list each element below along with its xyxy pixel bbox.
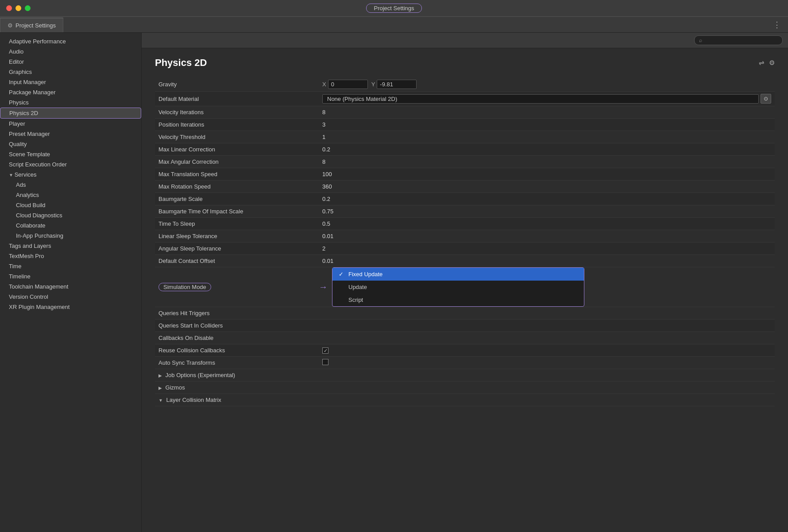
setting-row-position-iterations: Position Iterations 3 xyxy=(155,119,775,131)
setting-value-time-to-sleep[interactable]: 0.5 xyxy=(319,218,775,229)
setting-value-velocity-threshold[interactable]: 1 xyxy=(319,131,775,143)
setting-label-callbacks-on-disable: Callbacks On Disable xyxy=(155,332,319,343)
sidebar-item-cloud-diagnostics[interactable]: Cloud Diagnostics xyxy=(0,210,141,220)
sidebar-item-in-app-purchasing[interactable]: In-App Purchasing xyxy=(0,231,141,241)
window-title: Project Settings xyxy=(366,4,421,13)
search-bar: ⌕ xyxy=(142,33,788,48)
dropdown-option-update[interactable]: Update xyxy=(332,281,584,293)
sidebar-item-analytics[interactable]: Analytics xyxy=(0,190,141,200)
sliders-icon[interactable]: ⇌ xyxy=(759,59,765,67)
setting-row-callbacks-on-disable: Callbacks On Disable xyxy=(155,332,775,344)
setting-value-baumgarte-toi[interactable]: 0.75 xyxy=(319,206,775,217)
collapse-arrow-gizmos: ▶ xyxy=(158,386,162,390)
sidebar-item-cloud-build[interactable]: Cloud Build xyxy=(0,200,141,210)
search-icon: ⌕ xyxy=(699,37,702,43)
tab-project-settings[interactable]: ⚙ Project Settings xyxy=(0,18,63,32)
gravity-x-input[interactable] xyxy=(328,80,368,89)
panel-content: Physics 2D ⇌ ⚙ Gravity xyxy=(142,48,788,415)
setting-row-baumgarte-scale: Baumgarte Scale 0.2 xyxy=(155,193,775,205)
minimize-button[interactable] xyxy=(15,5,21,11)
search-input[interactable] xyxy=(705,37,778,43)
sidebar-item-time[interactable]: Time xyxy=(0,261,141,271)
setting-value-max-translation-speed[interactable]: 100 xyxy=(319,169,775,180)
setting-label-max-linear-correction: Max Linear Correction xyxy=(155,144,319,155)
sidebar-item-collaborate[interactable]: Collaborate xyxy=(0,220,141,231)
reuse-collision-checkbox[interactable]: ✓ xyxy=(322,347,328,354)
sidebar: Adaptive Performance Audio Editor Graphi… xyxy=(0,33,142,532)
sidebar-item-graphics[interactable]: Graphics xyxy=(0,67,141,77)
sidebar-item-toolchain-management[interactable]: Toolchain Management xyxy=(0,281,141,292)
setting-row-max-translation-speed: Max Translation Speed 100 xyxy=(155,168,775,181)
setting-value-baumgarte-scale[interactable]: 0.2 xyxy=(319,193,775,204)
close-button[interactable] xyxy=(6,5,12,11)
search-wrapper: ⌕ xyxy=(694,35,783,45)
sidebar-item-version-control[interactable]: Version Control xyxy=(0,292,141,302)
setting-value-velocity-iterations[interactable]: 8 xyxy=(319,107,775,118)
simulation-mode-dropdown[interactable]: ✓ Fixed Update Update Script xyxy=(332,267,584,307)
gravity-y-input[interactable] xyxy=(377,80,417,89)
auto-sync-checkbox[interactable] xyxy=(322,359,328,365)
sidebar-item-physics2d[interactable]: Physics 2D xyxy=(0,108,141,119)
tab-label: Project Settings xyxy=(15,22,56,29)
setting-row-queries-hit-triggers: Queries Hit Triggers xyxy=(155,307,775,320)
setting-row-baumgarte-toi: Baumgarte Time Of Impact Scale 0.75 xyxy=(155,205,775,218)
collapsible-row-layer-collision-matrix[interactable]: ▼ Layer Collision Matrix xyxy=(155,394,775,406)
sidebar-item-script-execution-order[interactable]: Script Execution Order xyxy=(0,159,141,170)
collapsible-row-job-options[interactable]: ▶ Job Options (Experimental) xyxy=(155,369,775,382)
panel-scroll[interactable]: Physics 2D ⇌ ⚙ Gravity xyxy=(142,48,788,532)
sidebar-item-player[interactable]: Player xyxy=(0,119,141,129)
option-label-script: Script xyxy=(348,297,363,303)
sidebar-item-xr-plugin-management[interactable]: XR Plugin Management xyxy=(0,302,141,312)
check-icon-empty2 xyxy=(339,297,345,303)
sidebar-item-input-manager[interactable]: Input Manager xyxy=(0,77,141,87)
sidebar-item-audio[interactable]: Audio xyxy=(0,46,141,57)
setting-row-linear-sleep-tolerance: Linear Sleep Tolerance 0.01 xyxy=(155,230,775,243)
setting-value-max-linear-correction[interactable]: 0.2 xyxy=(319,144,775,155)
sidebar-item-textmesh-pro[interactable]: TextMesh Pro xyxy=(0,251,141,261)
maximize-button[interactable] xyxy=(25,5,31,11)
sidebar-item-ads[interactable]: Ads xyxy=(0,180,141,190)
setting-value-queries-hit-triggers xyxy=(319,311,775,316)
collapsible-label-gizmos: ▶ Gizmos xyxy=(155,382,189,393)
setting-value-max-rotation-speed[interactable]: 360 xyxy=(319,181,775,192)
setting-value-linear-sleep-tolerance[interactable]: 0.01 xyxy=(319,231,775,242)
setting-row-max-angular-correction: Max Angular Correction 8 xyxy=(155,156,775,168)
setting-value-default-contact-offset[interactable]: 0.01 xyxy=(319,255,775,266)
settings-icon[interactable]: ⚙ xyxy=(769,59,775,67)
setting-value-angular-sleep-tolerance[interactable]: 2 xyxy=(319,243,775,254)
setting-value-callbacks-on-disable xyxy=(319,336,775,340)
dropdown-option-fixed-update[interactable]: ✓ Fixed Update xyxy=(332,268,584,281)
sidebar-item-services[interactable]: Services xyxy=(0,170,141,180)
setting-value-gravity: X Y xyxy=(319,77,775,91)
setting-label-max-angular-correction: Max Angular Correction xyxy=(155,156,319,167)
setting-row-reuse-collision-callbacks: Reuse Collision Callbacks ✓ xyxy=(155,344,775,357)
collapse-arrow-layer-collision-matrix: ▼ xyxy=(158,398,163,403)
sidebar-item-physics[interactable]: Physics xyxy=(0,97,141,108)
sidebar-item-tags-and-layers[interactable]: Tags and Layers xyxy=(0,241,141,251)
sidebar-item-scene-template[interactable]: Scene Template xyxy=(0,149,141,159)
setting-value-position-iterations[interactable]: 3 xyxy=(319,119,775,130)
sidebar-item-editor[interactable]: Editor xyxy=(0,57,141,67)
setting-label-baumgarte-scale: Baumgarte Scale xyxy=(155,193,319,204)
more-options-button[interactable]: ⋮ xyxy=(773,20,781,30)
collapsible-row-gizmos[interactable]: ▶ Gizmos xyxy=(155,382,775,394)
settings-table: Gravity X Y xyxy=(155,77,775,406)
material-pick-button[interactable]: ⊙ xyxy=(761,94,771,104)
setting-row-default-contact-offset: Default Contact Offset 0.01 xyxy=(155,255,775,267)
panel-title: Physics 2D xyxy=(155,57,207,69)
main-container: ⚙ Project Settings ⋮ Adaptive Performanc… xyxy=(0,17,788,532)
setting-value-max-angular-correction[interactable]: 8 xyxy=(319,156,775,167)
sidebar-item-timeline[interactable]: Timeline xyxy=(0,271,141,281)
setting-row-max-rotation-speed: Max Rotation Speed 360 xyxy=(155,181,775,193)
setting-row-max-linear-correction: Max Linear Correction 0.2 xyxy=(155,143,775,156)
setting-label-time-to-sleep: Time To Sleep xyxy=(155,218,319,229)
sidebar-item-quality[interactable]: Quality xyxy=(0,139,141,149)
sidebar-item-adaptive-performance[interactable]: Adaptive Performance xyxy=(0,36,141,46)
dropdown-option-script[interactable]: Script xyxy=(332,293,584,306)
material-input[interactable] xyxy=(322,94,759,104)
sidebar-item-package-manager[interactable]: Package Manager xyxy=(0,87,141,97)
material-row: ⊙ xyxy=(322,94,771,104)
gravity-row: X Y xyxy=(322,80,771,89)
setting-value-queries-start-in-colliders xyxy=(319,324,775,328)
sidebar-item-preset-manager[interactable]: Preset Manager xyxy=(0,129,141,139)
